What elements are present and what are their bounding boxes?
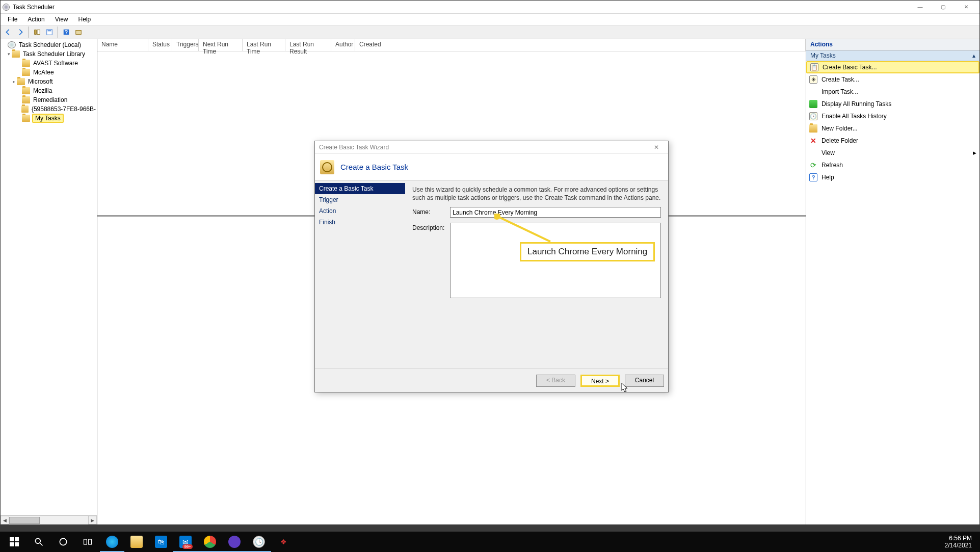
- help-toolbar-button[interactable]: ?: [61, 27, 72, 38]
- nav-forward-button[interactable]: [15, 27, 26, 38]
- svg-point-15: [60, 538, 66, 545]
- action-delete-folder[interactable]: ✕ Delete Folder: [806, 135, 979, 147]
- folder-icon: [22, 60, 30, 67]
- collapse-icon: ▴: [972, 52, 975, 59]
- col-name[interactable]: Name: [97, 39, 148, 51]
- wizard-cancel-button[interactable]: Cancel: [625, 375, 664, 387]
- app-icon: ❖: [277, 536, 289, 548]
- svg-rect-11: [10, 542, 14, 546]
- close-button[interactable]: ✕: [955, 1, 977, 13]
- view-icon: [809, 149, 817, 157]
- tree-item-remediation[interactable]: Remediation: [1, 95, 97, 104]
- wizard-step-action[interactable]: Action: [315, 205, 405, 217]
- menu-action[interactable]: Action: [22, 15, 49, 24]
- store-icon: 🛍: [155, 536, 167, 548]
- action-create-basic-task[interactable]: 📋 Create Basic Task...: [806, 61, 979, 73]
- actions-section-header[interactable]: My Tasks ▴: [806, 50, 979, 61]
- folder-icon: [21, 106, 29, 113]
- taskbar-app[interactable]: ❖: [271, 532, 296, 552]
- tree-item-mcafee[interactable]: McAfee: [1, 68, 97, 77]
- task-view-icon: [82, 536, 94, 548]
- action-new-folder[interactable]: New Folder...: [806, 122, 979, 135]
- taskbar-chrome-canary[interactable]: [222, 532, 247, 552]
- clock-icon: 🕓: [253, 536, 265, 548]
- wizard-name-label: Name:: [412, 207, 450, 216]
- wizard-instructions: Use this wizard to quickly schedule a co…: [412, 186, 661, 202]
- svg-rect-17: [89, 539, 92, 544]
- folder-icon: [22, 96, 30, 103]
- properties-button[interactable]: [44, 27, 55, 38]
- folder-icon: [130, 536, 143, 548]
- minimize-button[interactable]: —: [909, 1, 932, 13]
- col-last-result[interactable]: Last Run Result: [285, 39, 331, 51]
- tree-item-avast[interactable]: AVAST Software: [1, 59, 97, 68]
- taskbar-store[interactable]: 🛍: [149, 532, 173, 552]
- action-help[interactable]: ? Help: [806, 171, 979, 183]
- wizard-next-button[interactable]: Next >: [580, 375, 620, 387]
- action-refresh[interactable]: ⟳ Refresh: [806, 159, 979, 171]
- export-button[interactable]: [73, 27, 84, 38]
- menu-help[interactable]: Help: [73, 15, 96, 24]
- tree-item-my-tasks[interactable]: My Tasks: [1, 114, 97, 123]
- svg-rect-3: [48, 31, 51, 32]
- tray-date: 2/14/2021: [945, 542, 972, 549]
- taskbar-task-scheduler[interactable]: 🕓: [247, 532, 271, 552]
- task-view-button[interactable]: [75, 532, 100, 552]
- tree-root[interactable]: Task Scheduler (Local): [1, 40, 97, 49]
- scroll-left-icon[interactable]: ◀: [1, 516, 9, 524]
- wizard-back-button: < Back: [536, 375, 575, 387]
- chrome-icon: [204, 536, 216, 548]
- nav-back-button[interactable]: [3, 27, 14, 38]
- svg-rect-2: [47, 30, 52, 35]
- menu-file[interactable]: File: [3, 15, 22, 24]
- tree-item-guid[interactable]: {59588653-7FE8-966B-: [1, 104, 97, 114]
- search-button[interactable]: [27, 532, 51, 552]
- svg-rect-0: [35, 30, 37, 35]
- taskbar-mail[interactable]: ✉99+: [173, 532, 198, 552]
- scroll-right-icon[interactable]: ▶: [88, 516, 97, 524]
- taskbar-chrome[interactable]: [198, 532, 222, 552]
- wizard-step-finish[interactable]: Finish: [315, 217, 405, 228]
- action-view[interactable]: View ▶: [806, 147, 979, 159]
- system-tray[interactable]: 6:56 PM 2/14/2021: [945, 535, 978, 549]
- col-status[interactable]: Status: [148, 39, 172, 51]
- svg-rect-9: [10, 537, 14, 541]
- col-next-run[interactable]: Next Run Time: [199, 39, 243, 51]
- svg-text:?: ?: [65, 29, 68, 35]
- taskbar-edge[interactable]: [100, 532, 124, 552]
- horizontal-scrollbar[interactable]: ◀ ▶: [1, 515, 97, 524]
- wizard-close-button[interactable]: ✕: [649, 144, 664, 151]
- tray-time: 6:56 PM: [945, 535, 972, 542]
- title-bar: Task Scheduler — ▢ ✕: [1, 1, 979, 14]
- action-create-task[interactable]: ✳ Create Task...: [806, 73, 979, 86]
- col-created[interactable]: Created: [355, 39, 806, 51]
- import-task-icon: [809, 88, 817, 96]
- wizard-title: Create Basic Task Wizard: [319, 144, 389, 151]
- scroll-thumb[interactable]: [9, 517, 40, 524]
- tree-item-mozilla[interactable]: Mozilla: [1, 86, 97, 95]
- tree-panel: Task Scheduler (Local) ▾ Task Scheduler …: [1, 39, 97, 524]
- col-author[interactable]: Author: [331, 39, 355, 51]
- col-last-run[interactable]: Last Run Time: [243, 39, 285, 51]
- action-display-running[interactable]: Display All Running Tasks: [806, 98, 979, 110]
- start-button[interactable]: [2, 532, 27, 552]
- task-scheduler-icon: [3, 4, 10, 11]
- wizard-step-trigger[interactable]: Trigger: [315, 194, 405, 205]
- cortana-button[interactable]: [51, 532, 75, 552]
- action-import-task[interactable]: Import Task...: [806, 86, 979, 98]
- actions-panel-title: Actions: [806, 39, 979, 50]
- menu-view[interactable]: View: [50, 15, 73, 24]
- wizard-icon: [320, 160, 334, 174]
- history-icon: 🕓: [809, 112, 817, 120]
- wizard-description-label: Description:: [412, 223, 450, 231]
- tree-item-microsoft[interactable]: ▸ Microsoft: [1, 77, 97, 86]
- action-enable-history[interactable]: 🕓 Enable All Tasks History: [806, 110, 979, 122]
- wizard-step-create[interactable]: Create a Basic Task: [315, 183, 405, 194]
- show-hide-console-tree-button[interactable]: [32, 27, 43, 38]
- tree-library[interactable]: ▾ Task Scheduler Library: [1, 49, 97, 59]
- col-triggers[interactable]: Triggers: [172, 39, 199, 51]
- wizard-name-field[interactable]: [450, 207, 661, 218]
- taskbar-explorer[interactable]: [124, 532, 149, 552]
- window-title: Task Scheduler: [13, 4, 55, 11]
- maximize-button[interactable]: ▢: [932, 1, 955, 13]
